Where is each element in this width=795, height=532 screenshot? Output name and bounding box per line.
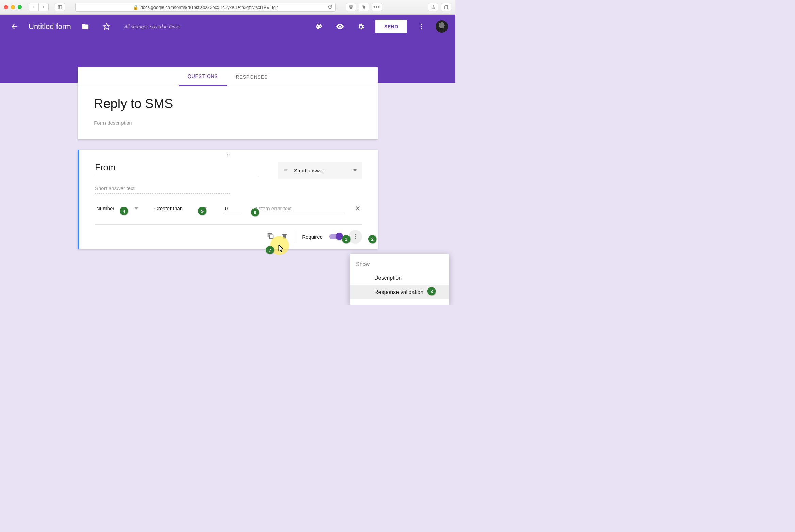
back-nav[interactable] [29,3,39,11]
pocket-ext[interactable] [346,3,356,11]
chevron-down-icon [353,169,357,171]
address-bar[interactable]: 🔒 docs.google.com/forms/d/1pkfisosZ3ocxB… [75,3,336,12]
sidebar-toggle[interactable] [55,3,65,11]
annotation-badge-6: 6 [251,208,259,216]
validation-number-input[interactable] [224,204,241,213]
annotation-badge-3: 3 [427,287,436,295]
svg-point-5 [421,28,422,30]
tabs: QUESTIONS RESPONSES [78,67,378,86]
menu-section-header: Show [350,259,449,271]
cursor-icon [278,244,285,252]
url-text: docs.google.com/forms/d/1pkfisosZ3ocxBcS… [141,5,278,10]
maximize-window[interactable] [18,5,22,9]
svg-point-7 [355,236,356,237]
short-text-icon [283,167,289,173]
question-type-dropdown[interactable]: Short answer [278,162,362,179]
account-avatar[interactable] [436,20,448,33]
short-answer-placeholder: Short answer text [95,185,231,194]
chevron-down-icon [135,207,138,210]
question-footer: Required [95,224,362,249]
preview-icon[interactable] [333,20,347,33]
drag-handle-icon[interactable]: ⠿ [79,150,378,160]
palette-icon[interactable] [312,20,326,33]
browser-chrome: 🔒 docs.google.com/forms/d/1pkfisosZ3ocxB… [0,0,455,15]
question-title-input[interactable]: From [95,162,257,175]
tabs-icon[interactable] [441,3,451,11]
svg-point-4 [421,26,422,27]
evernote-ext[interactable] [359,3,369,11]
move-to-folder-icon[interactable] [79,20,92,33]
lock-icon: 🔒 [133,5,139,10]
annotation-badge-4: 4 [120,207,128,215]
reload-icon[interactable] [328,4,332,10]
validation-error-input[interactable] [252,204,343,213]
tab-questions[interactable]: QUESTIONS [179,67,227,86]
question-more-menu: Show Description Response validation [350,254,449,305]
annotation-badge-1: 1 [342,235,350,243]
remove-validation-icon[interactable]: ✕ [354,203,362,214]
save-status: All changes saved in Drive [124,24,180,29]
header-more-icon[interactable] [415,20,428,33]
tab-responses[interactable]: RESPONSES [227,67,277,86]
share-icon[interactable] [428,3,438,11]
form-description[interactable]: Form description [94,120,361,126]
form-header-card: QUESTIONS RESPONSES Reply to SMS Form de… [78,67,378,139]
close-window[interactable] [4,5,8,9]
form-name[interactable]: Untitled form [29,22,71,31]
question-card: ⠿ From Short answer Short answer text Nu… [78,150,378,249]
settings-icon[interactable] [354,20,368,33]
send-button[interactable]: SEND [375,20,407,33]
minimize-window[interactable] [11,5,15,9]
required-label: Required [302,234,323,240]
required-toggle[interactable] [329,234,342,239]
forward-nav[interactable] [38,3,49,11]
form-title[interactable]: Reply to SMS [94,97,361,111]
question-more-icon[interactable] [348,230,362,244]
annotation-badge-2: 2 [368,235,376,243]
back-to-docs[interactable] [7,20,21,33]
menu-item-description[interactable]: Description [350,271,449,285]
svg-point-3 [421,24,422,25]
validation-condition-value: Greater than [154,205,183,211]
question-type-label: Short answer [294,168,324,173]
window-controls [4,5,22,9]
more-ext[interactable]: ••• [372,3,382,11]
validation-type-value: Number [96,205,114,211]
divider [295,231,295,243]
validation-row: Number Greater than ✕ [95,203,362,224]
svg-point-8 [355,238,356,239]
svg-point-6 [355,234,356,235]
annotation-badge-5: 5 [198,207,206,215]
svg-rect-2 [444,6,447,9]
star-icon[interactable] [100,20,113,33]
validation-type-dropdown[interactable]: Number [95,203,143,214]
annotation-badge-7: 7 [266,246,274,254]
svg-rect-0 [58,6,62,9]
